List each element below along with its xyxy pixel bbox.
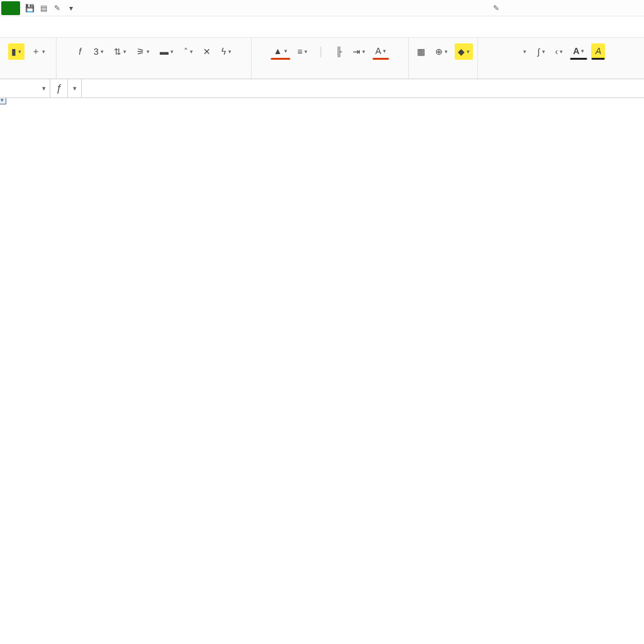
selection-outline: ▾ ▾ bbox=[0, 98, 3, 101]
font-color-icon[interactable]: A bbox=[372, 43, 389, 60]
quick-access-toolbar: 💾 ▤ ✎ ▾ ✎ bbox=[0, 0, 644, 16]
ribbon: ▮ ＋ f 3 ⇅ ⚞ ▬ ˄ ✕ ϟ ▲ ≡ │ ╟ ⇥ A ▦ bbox=[0, 38, 644, 79]
highlight-button[interactable]: ▮ bbox=[8, 43, 25, 60]
indent-icon[interactable]: ⇥ bbox=[350, 43, 369, 60]
bold-a-icon[interactable]: A bbox=[570, 43, 587, 60]
fx-icon[interactable]: ƒ bbox=[50, 79, 68, 97]
align-icon[interactable]: ≡ bbox=[294, 43, 311, 60]
qat-dropdown-icon[interactable]: ▾ bbox=[65, 3, 77, 14]
format-f-icon[interactable]: f bbox=[73, 43, 87, 60]
rernder-button[interactable] bbox=[517, 43, 531, 60]
chevron-left-icon[interactable]: ‹ bbox=[552, 43, 567, 60]
ribbon-group-unnamed: ▦ ⊕ ◆ bbox=[409, 38, 478, 79]
format-caret-icon[interactable]: ˄ bbox=[180, 43, 196, 60]
divider-icon: │ bbox=[314, 43, 328, 60]
ribbon-group-dates: ▲ ≡ │ ╟ ⇥ A bbox=[252, 38, 409, 79]
globe-icon[interactable]: ⊕ bbox=[432, 43, 451, 60]
qat-save-icon[interactable]: 💾 bbox=[24, 3, 35, 14]
column-icon[interactable]: ╟ bbox=[332, 43, 346, 60]
integral-icon[interactable]: ∫ bbox=[535, 43, 548, 60]
marker-icon[interactable]: ◆ bbox=[455, 43, 473, 60]
app-logo bbox=[1, 1, 20, 15]
format-sort-icon[interactable]: ⇅ bbox=[111, 43, 130, 60]
format-spark-icon[interactable]: ⚞ bbox=[133, 43, 153, 60]
selection-handle-top[interactable]: ▾ bbox=[0, 98, 6, 103]
fill-color-icon[interactable]: ▲ bbox=[270, 43, 291, 60]
ribbon-group-eld: f 3 ⇅ ⚞ ▬ ˄ ✕ ϟ bbox=[57, 38, 252, 79]
format-x-icon[interactable]: ✕ bbox=[200, 43, 214, 60]
grid-icon[interactable]: ▦ bbox=[414, 43, 428, 60]
ribbon-group-neked: ▮ ＋ bbox=[0, 38, 57, 79]
selection-handle-bottom[interactable]: ▾ bbox=[0, 98, 6, 104]
name-box-dropdown-icon[interactable]: ▾ bbox=[42, 84, 46, 92]
format-bar-icon[interactable]: ▬ bbox=[157, 43, 177, 60]
menu-bar bbox=[0, 16, 644, 38]
name-box[interactable]: ▾ bbox=[0, 79, 50, 97]
qat-tool-icon[interactable]: ✎ bbox=[52, 3, 63, 14]
plus-button[interactable]: ＋ bbox=[28, 43, 48, 60]
qat-sheet-icon[interactable]: ▤ bbox=[38, 3, 49, 14]
ribbon-group-time: ∫ ‹ A A bbox=[478, 38, 644, 79]
title-edit-icon[interactable]: ✎ bbox=[493, 4, 499, 13]
formula-bar: ▾ ƒ ▾ bbox=[0, 79, 644, 98]
italic-a-icon[interactable]: A bbox=[591, 43, 605, 60]
format-3-icon[interactable]: 3 bbox=[91, 43, 107, 60]
spreadsheet[interactable]: ▾ ▾ bbox=[0, 98, 644, 644]
format-s-icon[interactable]: ϟ bbox=[218, 43, 235, 60]
formula-dropdown-icon[interactable]: ▾ bbox=[68, 79, 82, 97]
